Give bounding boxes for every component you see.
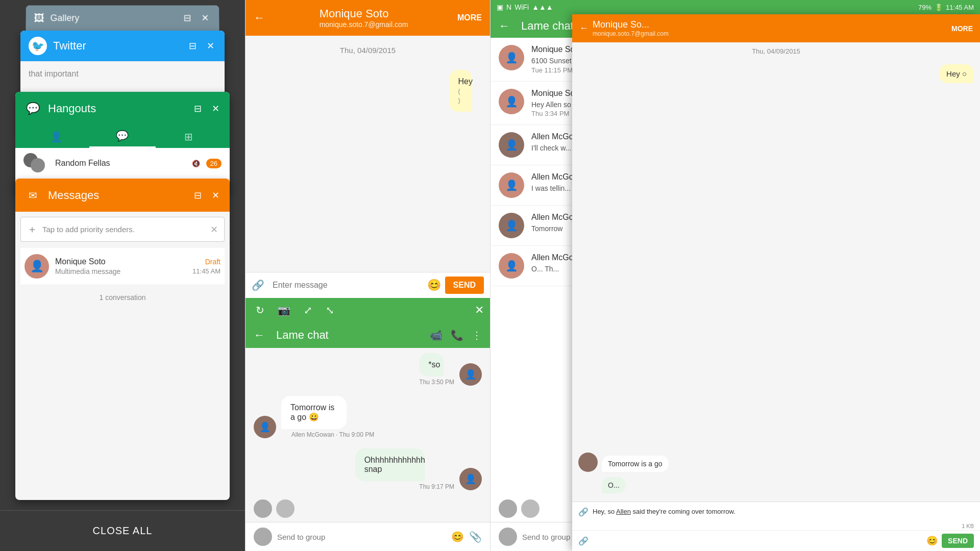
tomorrow-bubble-text: Tomorrow is a go 😀	[281, 396, 347, 429]
send-group-attach[interactable]: 📎	[469, 531, 482, 543]
snap-bubble-container: Ohhhhhhhhhhhh snap Thu 9:17 PM	[355, 448, 454, 490]
convo-avatar-2: 👤	[499, 89, 524, 114]
twitter-controls: ⊟ ✕	[187, 38, 216, 54]
twitter-preview: that important	[29, 69, 79, 78]
typing-avatar-1	[254, 499, 272, 518]
gallery-title: Gallery	[50, 13, 79, 23]
twitter-body: that important	[20, 61, 225, 87]
snap-bubble-text: Ohhhhhhhhhhhh snap	[355, 448, 425, 481]
popup-send-btn[interactable]: SEND	[942, 534, 974, 548]
send-group-input[interactable]	[277, 533, 446, 541]
hangouts-tab-grid[interactable]: ⊞	[156, 125, 222, 148]
popup-messages: Hey	[572, 60, 980, 448]
popup-hey-bubble: Hey	[578, 64, 974, 83]
popup-message-input[interactable]	[593, 537, 922, 545]
popup-snap-bubble: O...	[602, 477, 974, 493]
twitter-header-left: 🐦 Twitter	[29, 37, 86, 55]
lame-chat-back-btn[interactable]: ←	[254, 329, 265, 342]
so-bubble-text: *so	[419, 353, 444, 377]
hangouts-close-btn[interactable]: ✕	[210, 101, 222, 116]
refresh-btn[interactable]: ↻	[252, 302, 268, 318]
popup-note-attach-icon: 🔗	[578, 507, 589, 517]
gallery-icon: 🖼	[34, 12, 44, 24]
popup-messages-bottom: Tomorrow is a go O...	[572, 448, 980, 502]
convo-avatar-6: 👤	[499, 253, 524, 279]
priority-dismiss-btn[interactable]: ✕	[210, 224, 218, 235]
random-fellas-avatars	[23, 153, 49, 173]
gallery-minimize-btn[interactable]: ⊟	[181, 10, 193, 26]
battery-icon: 🔋	[935, 4, 943, 11]
hangouts-header: 💬 Hangouts ⊟ ✕	[15, 92, 230, 125]
popup-emoji-icon[interactable]: 😊	[926, 535, 938, 546]
send-group-row: 😊 📎	[246, 522, 490, 551]
twitter-icon: 🐦	[29, 37, 47, 55]
wifi-icon: WiFi	[514, 3, 529, 11]
typing-avatar-2	[276, 499, 295, 518]
status-right: 79% 🔋 11:45 AM	[918, 4, 974, 11]
random-fellas-name: Random Fellas	[55, 159, 110, 168]
hangouts-minimize-btn[interactable]: ⊟	[192, 101, 204, 116]
send-button[interactable]: SEND	[445, 277, 484, 294]
popup-tomorrow-bubble: Tomorrow is a go	[578, 453, 974, 472]
attach-icon: 🔗	[252, 279, 264, 291]
messages-close-btn[interactable]: ✕	[210, 188, 222, 203]
message-item-monique[interactable]: 👤 Monique Soto Draft Multimedia message …	[20, 248, 225, 285]
popup-hey-text: Hey	[939, 64, 974, 83]
hangouts-tabs: 👤 💬 ⊞	[15, 125, 230, 148]
hangouts-back-btn[interactable]: ←	[499, 19, 510, 33]
chat-msg-hey: Hey( )	[254, 70, 482, 112]
monique-popup[interactable]: ← Monique So... monique.soto.7@gmail.com…	[572, 14, 980, 551]
snap-avatar: 👤	[459, 468, 482, 490]
popup-note: 🔗 Hey, so Allen said they're coming over…	[572, 502, 980, 522]
messages-card[interactable]: ✉ Messages ⊟ ✕ ＋ Tap to add priority sen…	[15, 179, 230, 500]
status-bar: ▣ N WiFi ▲▲▲ 79% 🔋 11:45 AM	[491, 0, 980, 14]
hangouts-title: Hangouts	[48, 102, 96, 115]
popup-tomorrow-text: Tomorrow is a go	[602, 456, 669, 472]
clock: 11:45 AM	[946, 4, 974, 11]
popup-back-btn[interactable]: ←	[579, 23, 589, 34]
hangouts-badge: 26	[206, 159, 222, 168]
tomorrow-bubble-time: Allen McGowan · Thu 9:00 PM	[281, 431, 374, 438]
send-group-emoji[interactable]: 😊	[451, 531, 464, 543]
resize-btn1[interactable]: ⤢	[300, 302, 316, 318]
lame-chat-header: ← Lame chat 📹 📞 ⋮	[246, 322, 490, 348]
twitter-title: Twitter	[53, 39, 86, 53]
close-all-button[interactable]: CLOSE ALL	[93, 525, 153, 537]
close-all-bar: CLOSE ALL	[0, 510, 245, 551]
hey-bubble-text: Hey( )	[449, 70, 472, 112]
twitter-minimize-btn[interactable]: ⊟	[187, 38, 199, 54]
popup-avatar	[578, 453, 598, 472]
screenshot-btn[interactable]: 📷	[274, 302, 295, 318]
hangouts-icon: 💬	[23, 99, 42, 118]
hangouts-tab-messages[interactable]: 💬	[89, 125, 155, 148]
convo-avatar-5: 👤	[499, 213, 524, 238]
priority-bar[interactable]: ＋ Tap to add priority senders. ✕	[20, 217, 225, 242]
messages-title: Messages	[48, 189, 99, 202]
twitter-close-btn[interactable]: ✕	[205, 38, 216, 54]
hangouts-random-fellas[interactable]: Random Fellas 🔇 26	[15, 148, 230, 179]
avatar-2	[31, 158, 45, 172]
popup-bottom: 🔗 Hey, so Allen said they're coming over…	[572, 502, 980, 551]
chat-back-button[interactable]: ←	[254, 11, 265, 24]
resize-btn2[interactable]: ⤡	[322, 302, 338, 318]
messages-minimize-btn[interactable]: ⊟	[192, 188, 204, 203]
priority-text: Tap to add priority senders.	[42, 225, 205, 234]
lame-more-icon[interactable]: ⋮	[472, 329, 482, 341]
popup-attach-icon[interactable]: 🔗	[578, 536, 589, 546]
emoji-icon[interactable]: 😊	[427, 279, 441, 292]
chat-more-button[interactable]: MORE	[457, 13, 482, 22]
msg-contact-name: Monique Soto	[55, 257, 106, 266]
tomorrow-avatar: 👤	[254, 416, 276, 438]
multi-close-btn[interactable]: ✕	[475, 304, 484, 317]
right-send-group-avatar	[499, 528, 517, 546]
gallery-close-btn[interactable]: ✕	[199, 10, 211, 26]
chat-message-input[interactable]	[268, 277, 423, 294]
lame-phone-icon[interactable]: 📞	[451, 329, 463, 341]
messages-controls: ⊟ ✕	[192, 188, 222, 203]
popup-contact-email: monique.soto.7@gmail.com	[593, 30, 951, 37]
lame-video-icon[interactable]: 📹	[430, 329, 443, 341]
popup-more-btn[interactable]: MORE	[951, 24, 973, 33]
convo-avatar-1: 👤	[499, 45, 524, 70]
hangouts-tab-contacts[interactable]: 👤	[23, 125, 89, 148]
battery-level: 79%	[918, 4, 932, 11]
